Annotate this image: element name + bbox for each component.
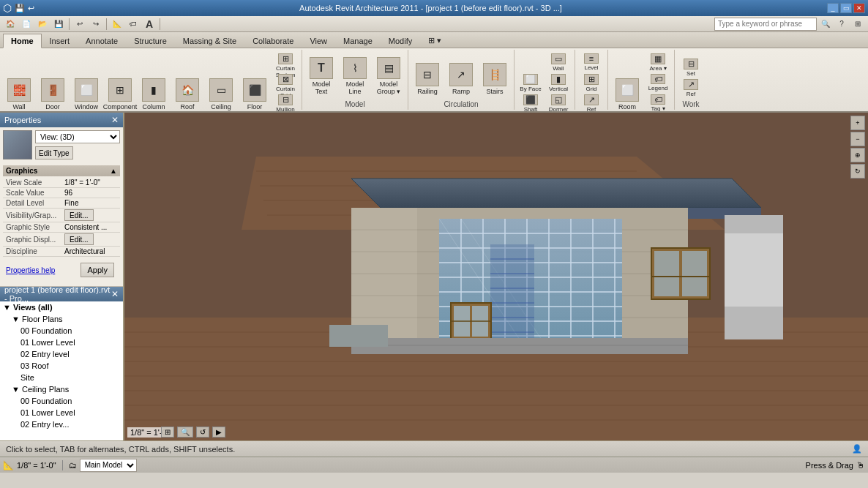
save-btn[interactable]: 💾	[51, 18, 66, 31]
redo-btn[interactable]: ↪	[89, 18, 103, 31]
tree-item-foundation[interactable]: 00 Foundation	[0, 325, 123, 337]
graphics-header[interactable]: Graphics ▲	[3, 165, 120, 176]
model-line-button[interactable]: ⌇ Model Line	[339, 55, 371, 97]
tab-view[interactable]: View	[302, 33, 335, 48]
properties-help-link[interactable]: Properties help	[6, 266, 55, 274]
railing-button[interactable]: ⊟ Railing	[411, 55, 444, 97]
view-select[interactable]: View: (3D)	[35, 130, 120, 143]
viewport[interactable]: + − ⊕ ↻ 1/8" = 1'-0" ⊞ 🔍 ↺ ▶	[124, 113, 868, 440]
home-btn[interactable]: 🏠	[3, 18, 18, 31]
new-btn[interactable]: 📄	[19, 18, 34, 31]
press-drag-icon: 🖱	[856, 460, 865, 470]
nav-icon-2[interactable]: 🔍	[177, 427, 193, 438]
room-button[interactable]: ⬜ Room	[611, 70, 643, 113]
legend-button[interactable]: 🏷 Legend	[645, 72, 671, 92]
tab-more[interactable]: ⊞ ▾	[420, 33, 449, 48]
close-properties-icon[interactable]: ✕	[111, 115, 119, 125]
help-btn[interactable]: ?	[834, 18, 849, 31]
shaft-button[interactable]: ⬛ Shaft	[517, 92, 544, 113]
tree-item-site[interactable]: Site	[0, 372, 123, 383]
tab-insert[interactable]: Insert	[42, 33, 78, 48]
ceiling-plans-group[interactable]: ▼ Ceiling Plans	[0, 383, 123, 395]
ref2-button[interactable]: ↗ Ref	[678, 77, 704, 97]
curtain-grid-button[interactable]: ⊠ Curtain Grid	[272, 72, 299, 92]
graphic-disp-edit-button[interactable]: Edit...	[64, 233, 94, 245]
room-icon: ⬜	[616, 78, 639, 102]
tree-item-ceiling-lower[interactable]: 01 Lower Level	[0, 407, 123, 418]
nav-icon-1[interactable]: ⊞	[161, 427, 174, 438]
dormer-button[interactable]: ◱ Dormer	[545, 92, 572, 113]
tree-item-ceiling-entry[interactable]: 02 Entry lev...	[0, 418, 123, 430]
open-btn[interactable]: 📂	[35, 18, 50, 31]
ramp-button[interactable]: ↗ Ramp	[445, 55, 477, 97]
tab-annotate[interactable]: Annotate	[78, 33, 126, 48]
tree-item-ceiling-foundation[interactable]: 00 Foundation	[0, 395, 123, 407]
close-button[interactable]: ✕	[853, 3, 865, 13]
roof-button[interactable]: 🏠 Roof	[171, 70, 203, 113]
undo-icon[interactable]: ↩	[28, 4, 34, 13]
ceiling-button[interactable]: ▭ Ceiling	[205, 70, 237, 113]
nav-icon-4[interactable]: ▶	[212, 427, 225, 438]
settings-btn[interactable]: A	[142, 18, 157, 31]
viewport-zoom-out[interactable]: −	[850, 132, 865, 146]
measure-btn[interactable]: 📐	[110, 18, 124, 31]
viewport-pan[interactable]: ⊕	[850, 148, 865, 162]
tag-btn[interactable]: 🏷	[126, 18, 141, 31]
graphic-style-value: Consistent ...	[64, 223, 117, 231]
tag-button[interactable]: 🏷 Tag ▾	[645, 92, 671, 113]
tab-collaborate[interactable]: Collaborate	[244, 33, 302, 48]
apply-button[interactable]: Apply	[81, 263, 114, 277]
viewport-zoom-in[interactable]: +	[850, 116, 865, 130]
tab-manage[interactable]: Manage	[335, 33, 381, 48]
level-icon: ≡	[584, 53, 599, 64]
tree-item-lower-level[interactable]: 01 Lower Level	[0, 337, 123, 348]
search-input[interactable]	[714, 18, 817, 31]
set-work-button[interactable]: ⊟ Set	[678, 56, 704, 77]
level-button[interactable]: ≡ Level	[578, 51, 605, 72]
tree-item-entry-level[interactable]: 02 Entry level	[0, 348, 123, 360]
tree-root[interactable]: ▼ Views (all)	[0, 301, 123, 313]
edit-type-button[interactable]: Edit Type	[35, 146, 73, 159]
tab-massing[interactable]: Massing & Site	[175, 33, 244, 48]
mullion-button[interactable]: ⊟ Mullion	[272, 92, 299, 113]
window-icon: ⬜	[75, 78, 98, 102]
floor-button[interactable]: ⬛ Floor	[239, 70, 271, 113]
vertical-button[interactable]: ▮ Vertical	[545, 72, 572, 92]
stairs-button[interactable]: 🪜 Stairs	[479, 55, 511, 97]
window-button[interactable]: ⬜ Window	[70, 70, 102, 113]
door-button[interactable]: 🚪 Door	[37, 70, 69, 113]
nav-icon-3[interactable]: ↺	[196, 427, 209, 438]
tab-structure[interactable]: Structure	[126, 33, 175, 48]
curtain-system-button[interactable]: ⊞ Curtain System	[272, 51, 299, 72]
properties-panel: View: (3D) Edit Type Graphics ▲ View Sca…	[0, 127, 123, 287]
floor-plans-group[interactable]: ▼ Floor Plans	[0, 313, 123, 325]
window-controls-icon[interactable]: ⊞	[850, 18, 865, 31]
wall-opening-button[interactable]: ▭ Wall	[545, 51, 572, 72]
bottom-bar: 📐 1/8" = 1'-0" 🗂 Main Model Press & Drag…	[0, 457, 868, 473]
viewport-orbit[interactable]: ↻	[850, 164, 865, 179]
model-group-button[interactable]: ▤ Model Group ▾	[373, 55, 405, 97]
tree-item-roof[interactable]: 03 Roof	[0, 360, 123, 372]
quick-save-icon[interactable]: 💾	[15, 4, 25, 13]
area-button[interactable]: ▦ Area ▾	[645, 51, 671, 72]
ribbon-group-work: ⊟ Set ↗ Ref Work	[675, 50, 707, 110]
grid-button[interactable]: ⊞ Grid	[578, 72, 605, 92]
by-face-button[interactable]: ⬜ By Face	[517, 72, 544, 92]
close-browser-icon[interactable]: ✕	[111, 289, 119, 299]
minimize-button[interactable]: _	[827, 3, 839, 13]
column-button[interactable]: ▮ Column	[138, 70, 170, 113]
visibility-edit-button[interactable]: Edit...	[64, 209, 94, 221]
tab-modify[interactable]: Modify	[381, 33, 420, 48]
component-button[interactable]: ⊞ Component	[104, 70, 136, 113]
workset-select[interactable]: Main Model	[80, 459, 137, 472]
undo-btn[interactable]: ↩	[72, 18, 87, 31]
tab-home[interactable]: Home	[3, 34, 42, 48]
grid-label: Grid	[585, 86, 596, 92]
model-text-button[interactable]: T Model Text	[305, 55, 337, 97]
wall-button[interactable]: 🧱 Wall	[3, 70, 35, 113]
ref-button[interactable]: ↗ Ref	[578, 92, 605, 113]
left-panel: Properties ✕ View: (3D) Edit Type Graphi…	[0, 113, 124, 440]
search-icon[interactable]: 🔍	[818, 18, 833, 31]
restore-button[interactable]: ▭	[840, 3, 852, 13]
project-tree: ▼ Views (all) ▼ Floor Plans 00 Foundatio…	[0, 301, 123, 440]
